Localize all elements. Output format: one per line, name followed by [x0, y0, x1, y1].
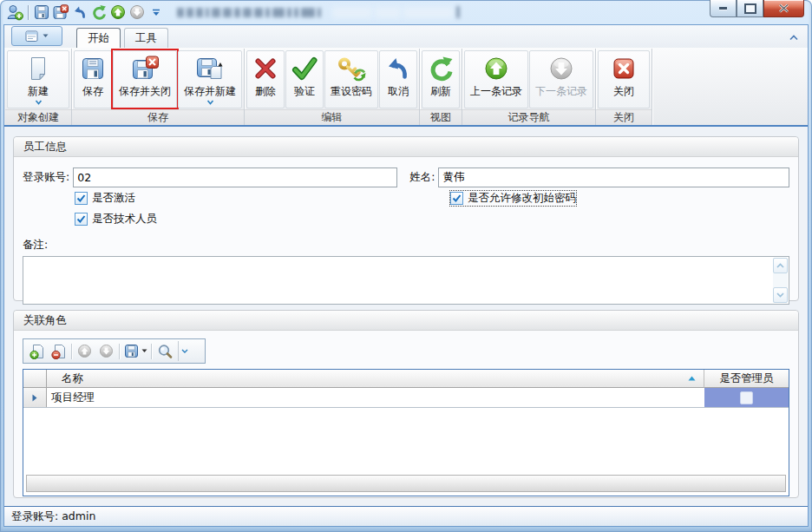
dropdown-chevron-icon	[43, 34, 49, 38]
undo-arrow-icon	[385, 53, 411, 83]
scroll-down-button[interactable]	[773, 287, 788, 303]
separator	[151, 344, 152, 359]
save-button[interactable]: 保存	[74, 50, 112, 108]
grid-header-is-admin[interactable]: 是否管理员	[704, 370, 789, 388]
cancel-button[interactable]: 取消	[379, 50, 417, 108]
ribbon-tabs: 开始 工具	[76, 28, 172, 48]
ribbon-group-label: 编辑	[245, 109, 419, 125]
previous-record-button[interactable]: 上一条记录	[464, 50, 528, 108]
separator	[119, 344, 120, 359]
is-active-checkbox[interactable]: 是否激活	[75, 191, 135, 206]
app-user-add-icon[interactable]	[6, 3, 23, 21]
close-icon	[778, 3, 789, 13]
ribbon: 新建 对象创建 保存	[4, 48, 808, 127]
remove-row-button[interactable]	[48, 341, 69, 361]
related-roles-groupbox: 关联角色	[13, 310, 799, 498]
window-title-redacted	[177, 6, 462, 18]
undo-icon[interactable]	[71, 3, 88, 21]
ribbon-group-label: 记录导航	[462, 109, 595, 125]
save-and-close-icon	[130, 53, 160, 83]
move-up-button[interactable]	[74, 341, 95, 361]
row-indicator-cell	[23, 388, 47, 407]
save-and-new-icon	[195, 53, 225, 83]
ribbon-group-label: 视图	[420, 109, 462, 125]
app-window: 开始 工具 新建 对象创建	[0, 0, 812, 532]
add-row-button[interactable]	[26, 341, 48, 361]
employee-info-groupbox: 员工信息 登录账号: 姓名: 是否激活	[13, 136, 799, 301]
reset-password-button[interactable]: 重设密码	[324, 50, 378, 108]
window-controls	[710, 0, 804, 17]
grid-row[interactable]: 项目经理	[23, 388, 789, 408]
remark-label: 备注:	[23, 238, 789, 253]
ribbon-group-save: 保存 保存并关闭 保存并新建	[72, 49, 245, 125]
ribbon-group-label: 关闭	[596, 109, 652, 125]
scroll-up-button[interactable]	[773, 258, 788, 273]
name-label: 姓名:	[409, 170, 435, 185]
export-button[interactable]	[121, 341, 149, 361]
toolbar-more-chevron[interactable]	[178, 341, 191, 361]
name-input[interactable]	[438, 167, 789, 187]
app-menu-icon	[25, 30, 39, 43]
save-icon	[80, 53, 106, 83]
grid-header-indicator	[23, 370, 47, 388]
role-name-cell[interactable]: 项目经理	[47, 388, 704, 407]
next-record-icon[interactable]	[128, 3, 146, 21]
save-icon[interactable]	[33, 3, 50, 21]
move-down-button[interactable]	[95, 341, 117, 361]
grid-footer-bar	[26, 475, 786, 492]
validate-button[interactable]: 验证	[285, 50, 324, 108]
down-circle-icon	[99, 344, 114, 358]
is-technician-checkbox[interactable]: 是否技术人员	[75, 212, 157, 227]
form-content: 员工信息 登录账号: 姓名: 是否激活	[4, 127, 808, 506]
maximize-button[interactable]	[737, 0, 763, 17]
close-window-button[interactable]	[763, 0, 804, 17]
refresh-button[interactable]: 刷新	[422, 50, 460, 108]
minimize-button[interactable]	[710, 0, 737, 17]
next-record-button[interactable]: 下一条记录	[529, 50, 593, 108]
up-circle-icon	[77, 344, 92, 358]
delete-x-icon	[252, 53, 278, 83]
find-button[interactable]	[154, 341, 175, 361]
quick-access-toolbar	[6, 3, 167, 21]
is-admin-cell[interactable]	[704, 388, 789, 407]
ribbon-group-record-nav: 上一条记录 下一条记录 记录导航	[462, 49, 596, 125]
tab-tools[interactable]: 工具	[124, 28, 168, 48]
dropdown-chevron-icon	[35, 100, 43, 105]
remark-textarea[interactable]	[23, 257, 789, 304]
application-menu-button[interactable]	[11, 26, 62, 46]
dropdown-chevron-icon	[206, 100, 214, 105]
scroll-track[interactable]	[773, 273, 788, 287]
allow-modify-initial-password-checkbox[interactable]: 是否允许修改初始密码	[450, 191, 576, 206]
related-roles-title: 关联角色	[14, 311, 798, 331]
statusbar: 登录账号: admin	[4, 506, 808, 526]
grid-header-name[interactable]: 名称	[47, 370, 704, 388]
new-button[interactable]: 新建	[7, 50, 69, 108]
maximize-icon	[744, 3, 756, 14]
save-and-close-button[interactable]: 保存并关闭	[113, 50, 177, 108]
tab-start[interactable]: 开始	[76, 28, 121, 48]
checkbox-row-1: 是否激活 是否允许修改初始密码	[23, 189, 789, 208]
login-account-input[interactable]	[73, 167, 397, 187]
save-and-close-icon[interactable]	[52, 3, 69, 21]
up-arrow-circle-icon	[484, 53, 508, 83]
key-icon	[336, 53, 367, 83]
sort-ascending-icon	[688, 376, 696, 381]
qat-customize-chevron-icon[interactable]	[147, 3, 165, 21]
delete-button[interactable]: 删除	[246, 50, 285, 108]
checkbox-checked-icon	[450, 192, 463, 205]
ribbon-group-edit: 删除 验证 重设密码	[245, 49, 420, 125]
separator	[28, 5, 29, 20]
login-account-label: 登录账号:	[23, 170, 69, 185]
close-form-button[interactable]: 关闭	[598, 50, 650, 108]
previous-record-icon[interactable]	[109, 3, 127, 21]
ribbon-group-label: 对象创建	[5, 109, 71, 125]
checkbox-row-2: 是否技术人员	[23, 210, 789, 229]
collapse-ribbon-chevron[interactable]	[788, 31, 800, 43]
refresh-icon	[428, 53, 454, 83]
ribbon-group-object-create: 新建 对象创建	[5, 49, 72, 125]
remove-row-icon	[51, 344, 67, 359]
ribbon-group-close: 关闭 关闭	[596, 49, 652, 125]
refresh-icon[interactable]	[90, 3, 108, 21]
dropdown-chevron-icon	[141, 349, 147, 353]
save-and-new-button[interactable]: 保存并新建	[178, 50, 242, 108]
